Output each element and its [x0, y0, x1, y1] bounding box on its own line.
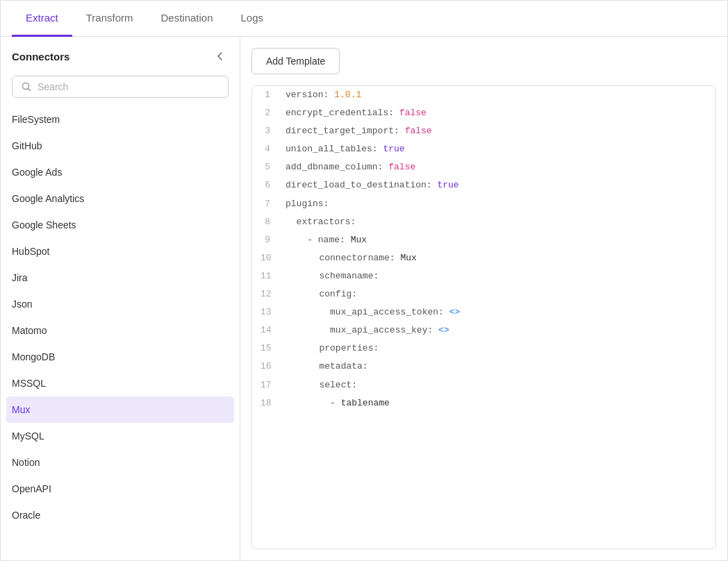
code-line-15: 15 properties: — [252, 340, 715, 358]
line-number: 3 — [252, 122, 277, 140]
tab-logs[interactable]: Logs — [227, 1, 278, 37]
line-number: 13 — [252, 303, 279, 321]
line-number: 18 — [252, 394, 279, 412]
code-line-1: 1version: 1.0.1 — [252, 86, 715, 104]
connector-item-matomo[interactable]: Matomo — [1, 317, 240, 344]
main-content: Connectors FileSystemGitHub — [1, 37, 727, 560]
code-editor[interactable]: 1version: 1.0.12encrypt_credentials: fal… — [251, 85, 716, 549]
connector-item-notion[interactable]: Notion — [1, 449, 240, 476]
line-number: 17 — [252, 376, 279, 394]
collapse-button[interactable] — [212, 48, 229, 65]
code-line-18: 18 - tablename — [252, 394, 715, 412]
tab-transform[interactable]: Transform — [72, 1, 147, 37]
line-number: 4 — [252, 140, 277, 158]
line-code: encrypt_credentials: false — [277, 104, 435, 122]
connector-item-mongodb[interactable]: MongoDB — [1, 344, 240, 370]
code-line-12: 12 config: — [252, 285, 715, 303]
connector-item-mysql[interactable]: MySQL — [1, 423, 240, 449]
line-code: config: — [279, 285, 365, 303]
code-line-13: 13 mux_api_access_token: <> — [252, 303, 715, 321]
line-number: 5 — [252, 158, 277, 176]
search-input[interactable] — [38, 81, 220, 92]
line-code: extractors: — [277, 213, 364, 231]
line-code: connectorname: Mux — [279, 249, 425, 267]
code-line-11: 11 schemaname: — [252, 267, 715, 285]
line-number: 10 — [252, 249, 279, 267]
line-number: 1 — [252, 86, 277, 104]
app-container: Extract Transform Destination Logs Conne… — [0, 0, 728, 561]
tab-destination[interactable]: Destination — [147, 1, 226, 37]
line-number: 8 — [252, 213, 277, 231]
code-line-16: 16 metadata: — [252, 358, 715, 376]
code-line-4: 4union_all_tables: true — [252, 140, 715, 158]
line-code: properties: — [279, 340, 388, 358]
line-number: 15 — [252, 340, 279, 358]
code-panel: Add Template 1version: 1.0.12encrypt_cre… — [240, 37, 727, 560]
tab-extract[interactable]: Extract — [12, 1, 72, 37]
search-icon — [21, 81, 32, 92]
line-number: 7 — [252, 195, 277, 213]
line-number: 14 — [252, 321, 279, 340]
line-code: mux_api_access_key: <> — [279, 321, 458, 340]
line-code: union_all_tables: true — [277, 140, 413, 158]
connector-item-google-analytics[interactable]: Google Analytics — [1, 185, 240, 212]
code-line-2: 2encrypt_credentials: false — [252, 104, 715, 122]
top-tabs: Extract Transform Destination Logs — [1, 1, 727, 37]
connector-item-json[interactable]: Json — [1, 291, 240, 317]
code-line-7: 7plugins: — [252, 195, 715, 213]
line-code: plugins: — [277, 195, 337, 213]
code-lines: 1version: 1.0.12encrypt_credentials: fal… — [252, 86, 715, 412]
line-code: add_dbname_column: false — [277, 158, 424, 176]
line-code: direct_load_to_destination: true — [277, 176, 468, 194]
connector-item-mux[interactable]: Mux — [6, 396, 234, 423]
connector-item-mssql[interactable]: MSSQL — [1, 370, 240, 396]
line-number: 2 — [252, 104, 277, 122]
line-number: 12 — [252, 285, 279, 303]
line-code: - name: Mux — [277, 231, 375, 249]
code-line-3: 3direct_target_import: false — [252, 122, 715, 140]
add-template-button[interactable]: Add Template — [251, 48, 340, 74]
line-number: 16 — [252, 358, 279, 376]
sidebar: Connectors FileSystemGitHub — [1, 37, 240, 560]
code-line-5: 5add_dbname_column: false — [252, 158, 715, 176]
sidebar-header: Connectors — [1, 37, 240, 70]
connectors-list: FileSystemGitHubGoogle AdsGoogle Analyti… — [1, 106, 240, 560]
connector-item-oracle[interactable]: Oracle — [1, 502, 240, 528]
line-code: direct_target_import: false — [277, 122, 440, 140]
line-code: select: — [279, 376, 365, 394]
line-code: metadata: — [279, 358, 377, 376]
line-number: 9 — [252, 231, 277, 249]
code-line-14: 14 mux_api_access_key: <> — [252, 321, 715, 340]
connector-item-jira[interactable]: Jira — [1, 265, 240, 291]
connector-item-google-ads[interactable]: Google Ads — [1, 159, 240, 185]
line-number: 11 — [252, 267, 279, 285]
connector-item-hubspot[interactable]: HubSpot — [1, 238, 240, 265]
connector-item-github[interactable]: GitHub — [1, 133, 240, 159]
code-line-8: 8 extractors: — [252, 213, 715, 231]
code-line-17: 17 select: — [252, 376, 715, 394]
search-box — [12, 76, 229, 98]
code-line-10: 10 connectorname: Mux — [252, 249, 715, 267]
sidebar-title: Connectors — [12, 51, 69, 62]
line-code: version: 1.0.1 — [277, 86, 370, 104]
line-code: schemaname: — [279, 267, 388, 285]
code-line-9: 9 - name: Mux — [252, 231, 715, 249]
line-code: - tablename — [279, 394, 398, 412]
connector-item-openapi[interactable]: OpenAPI — [1, 476, 240, 502]
line-code: mux_api_access_token: <> — [279, 303, 469, 321]
code-line-6: 6direct_load_to_destination: true — [252, 176, 715, 194]
connector-item-google-sheets[interactable]: Google Sheets — [1, 212, 240, 238]
line-number: 6 — [252, 176, 277, 194]
connector-item-filesystem[interactable]: FileSystem — [1, 106, 240, 133]
